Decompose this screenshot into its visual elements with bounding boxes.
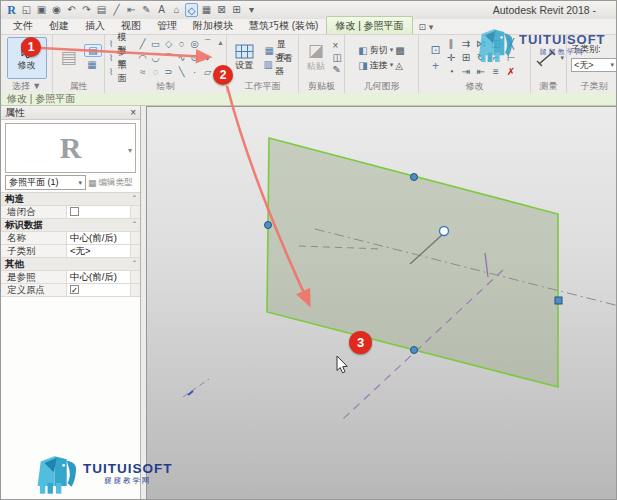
array-icon[interactable]: ≡	[489, 65, 504, 79]
draw-start-end-arc-icon[interactable]: ⌒	[162, 51, 175, 65]
edit-type-button[interactable]: ▦ 编辑类型	[88, 175, 136, 190]
rotate-icon[interactable]: ↻	[474, 51, 489, 65]
open-icon[interactable]: ◱	[20, 3, 33, 17]
scale-icon[interactable]: ◔	[444, 65, 459, 79]
pin-icon[interactable]: ⇥	[459, 65, 474, 79]
draw-ellipse-icon[interactable]: ◎	[188, 37, 201, 51]
property-value[interactable]	[67, 206, 131, 218]
offset-icon[interactable]: ⇉	[459, 37, 474, 51]
close-icon[interactable]: ×	[130, 107, 136, 118]
draw-center-arc-icon[interactable]: ◠	[136, 51, 149, 65]
property-value[interactable]: ✓	[67, 284, 131, 296]
print-icon[interactable]: ▤	[95, 3, 108, 17]
draw-rectangle-icon[interactable]: ▭	[149, 37, 162, 51]
geometry-join-button[interactable]: 连接	[370, 59, 388, 72]
default-3d-view-icon[interactable]: ⌂	[170, 3, 183, 17]
ribbon-state-toggle-icon[interactable]: ⊡ ▾	[413, 20, 440, 34]
match-type-icon[interactable]: ✎	[333, 64, 342, 75]
section-collapse-icon[interactable]: ˆ	[133, 258, 136, 270]
switch-windows-icon[interactable]: ⊞	[230, 3, 243, 17]
property-value[interactable]: 中心(前/后)	[67, 232, 131, 244]
draw-pick-line-icon[interactable]: ╲	[175, 65, 188, 79]
draw-polygon-icon[interactable]: ◇	[162, 37, 175, 51]
tag-icon[interactable]: ✎	[140, 3, 153, 17]
draw-tangent-arc-icon[interactable]: ◡	[149, 51, 162, 65]
copy-icon[interactable]: ◫	[333, 52, 342, 63]
workplane-set-button[interactable]: 设置	[229, 37, 260, 79]
other-properties-button[interactable]: ▦	[84, 58, 102, 71]
draw-pick-face-icon[interactable]: ▱	[201, 65, 214, 79]
tab-create[interactable]: 创建	[41, 17, 77, 34]
align-icon[interactable]: ∥	[444, 37, 459, 51]
draw-circle2-icon[interactable]: ◌	[149, 65, 162, 79]
extend-icon[interactable]: ⊢	[504, 51, 519, 65]
grip-rotation-control[interactable]	[440, 227, 449, 236]
tab-insert[interactable]: 插入	[77, 17, 113, 34]
grip-bottom-edge[interactable]	[411, 347, 418, 354]
draw-fillet-arc-icon[interactable]: ⌒	[201, 37, 214, 51]
section-collapse-icon[interactable]: ˆ	[133, 193, 136, 205]
property-value[interactable]: 中心(前/后)	[67, 271, 131, 283]
mirror-axis-icon[interactable]: ⋈	[474, 37, 489, 51]
defines-origin-checkbox[interactable]: ✓	[70, 285, 79, 294]
tab-file[interactable]: 文件	[5, 17, 41, 34]
family-types-button[interactable]: ▤	[55, 37, 82, 79]
section-other[interactable]: 其他 ˆ	[1, 258, 140, 271]
geometry-side-icon-2[interactable]: ◬	[395, 60, 403, 71]
grip-top-edge[interactable]	[411, 174, 418, 181]
property-value[interactable]: <无>	[67, 245, 131, 257]
move-icon[interactable]: ✛	[444, 51, 459, 65]
draw-mode-plane[interactable]: ⌇平面	[107, 65, 133, 79]
move-crosshair-icon[interactable]: +	[430, 59, 440, 73]
paint-icon[interactable]: ⊡	[430, 43, 440, 57]
paste-button[interactable]: ◪ 粘贴	[301, 37, 331, 79]
preview-caret-icon[interactable]: ▾	[128, 146, 132, 155]
section-collapse-icon[interactable]: ˆ	[133, 219, 136, 231]
draw-point-icon[interactable]: ·	[188, 65, 201, 79]
grip-right-edge[interactable]	[555, 297, 562, 304]
undo-icon[interactable]: ↶	[65, 3, 78, 17]
draw-line-icon[interactable]: ╱	[136, 37, 149, 51]
trim-icon[interactable]: ⌐	[489, 51, 504, 65]
type-selector-dropdown[interactable]: 参照平面 (1) ▾	[5, 175, 86, 190]
draw-spline2-icon[interactable]: ≈	[136, 65, 149, 79]
properties-palette-toggle[interactable]: ▤	[84, 44, 102, 57]
subcategory-dropdown[interactable]: <无> ▾	[571, 58, 617, 72]
draw-gallery-scroll-up-icon[interactable]: ▲	[217, 39, 224, 46]
modify-button[interactable]: 修改	[7, 37, 47, 79]
cut-icon[interactable]: ×	[333, 40, 342, 51]
geometry-cut-caret-icon[interactable]: ▾	[390, 46, 394, 54]
type-preview[interactable]: R ▾	[5, 123, 136, 173]
drawing-area[interactable]	[146, 106, 617, 500]
aligned-dimension-icon[interactable]: ⇤	[125, 3, 138, 17]
measure-icon[interactable]: ╱	[110, 3, 123, 17]
mirror-draw-icon[interactable]: ◫	[489, 37, 504, 51]
thin-lines-icon[interactable]: ▦	[200, 3, 213, 17]
redo-icon[interactable]: ↷	[80, 3, 93, 17]
wall-closure-checkbox[interactable]	[70, 207, 79, 216]
close-hidden-windows-icon[interactable]: ⊠	[215, 3, 228, 17]
tab-modify-reference-plane[interactable]: 修改 | 参照平面	[326, 16, 412, 34]
tab-plugin[interactable]: 慧筑巧模 (装饰)	[241, 17, 326, 34]
grip-left-edge[interactable]	[265, 222, 272, 229]
geometry-side-icon-1[interactable]: ▩	[395, 45, 404, 56]
tab-addins[interactable]: 附加模块	[185, 17, 241, 34]
geometry-cut-button[interactable]: 剪切	[370, 44, 388, 57]
measure-button[interactable]	[533, 37, 558, 79]
customize-qat-icon[interactable]: ▾	[245, 3, 258, 17]
revit-logo-icon[interactable]: R	[5, 3, 18, 17]
draw-partial-ellipse-icon[interactable]: ⊙	[188, 51, 201, 65]
split-icon[interactable]: ╳	[504, 37, 519, 51]
unpin-icon[interactable]: ⇤	[474, 65, 489, 79]
draw-circle-icon[interactable]: ○	[175, 37, 188, 51]
tab-manage[interactable]: 管理	[149, 17, 185, 34]
sync-icon[interactable]: ◉	[50, 3, 63, 17]
save-icon[interactable]: ▣	[35, 3, 48, 17]
workplane-viewer-button[interactable]: ▥ 查看器	[262, 58, 296, 71]
geometry-join-caret-icon[interactable]: ▾	[390, 61, 394, 69]
copy-modify-icon[interactable]: ⊞	[459, 51, 474, 65]
delete-icon[interactable]: ✗	[504, 65, 519, 79]
section-icon[interactable]: ◇	[185, 3, 198, 17]
draw-pick-arc-icon[interactable]: ⊃	[162, 65, 175, 79]
section-construction[interactable]: 构造 ˆ	[1, 193, 140, 206]
